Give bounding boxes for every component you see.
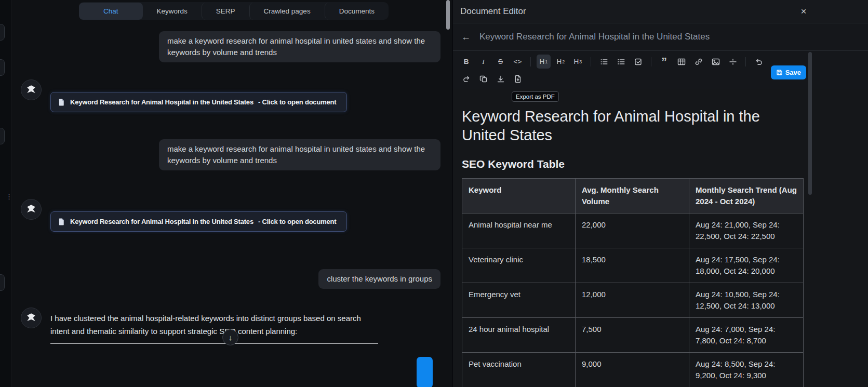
heading1-button[interactable]: H1 [537,55,551,69]
bold-button[interactable]: B [459,55,473,69]
sidebar-partial-item[interactable] [0,59,5,76]
copy-icon[interactable] [476,72,490,86]
back-arrow-icon[interactable]: ← [461,32,471,43]
blockquote-icon[interactable]: ” [657,55,671,69]
heading3-button[interactable]: H3 [571,55,585,69]
chat-tabbar: Chat Keywords SERP Crawled pages Documen… [79,2,389,20]
document-subheading: SEO Keyword Table [462,158,868,170]
document-editor-panel: Document Editor × ← Keyword Research for… [452,0,868,387]
strikethrough-button[interactable]: S [493,55,508,69]
sidebar-partial-item[interactable] [0,128,5,144]
tab-keywords[interactable]: Keywords [143,3,202,20]
document-file-icon [58,98,65,106]
table-icon[interactable] [674,55,688,69]
collapsed-sidebar: ⋮⋮ [0,0,11,387]
document-card-title: Keyword Research for Animal Hospital in … [70,218,253,225]
heading2-button[interactable]: H2 [554,55,568,69]
bullet-list-icon[interactable] [597,55,611,69]
panel-title: Document Editor [460,6,526,17]
redo-icon[interactable] [459,72,473,86]
table-row: Pet vaccination 9,000 Aug 24: 8,500, Sep… [462,353,804,387]
user-message: cluster the keywords in groups [318,269,440,289]
save-button[interactable]: Save [771,65,806,79]
task-list-icon[interactable] [631,55,645,69]
ordered-list-icon[interactable] [614,55,628,69]
document-heading: Keyword Research for Animal Hospital in … [462,107,797,144]
sidebar-partial-item[interactable] [0,274,5,291]
bot-avatar [21,308,42,328]
chat-panel: Chat Keywords SERP Crawled pages Documen… [11,0,452,387]
document-link-card[interactable]: Keyword Research for Animal Hospital in … [50,211,347,232]
scroll-to-bottom-button[interactable]: ↓ [222,329,238,345]
tab-documents[interactable]: Documents [325,3,389,20]
italic-button[interactable]: I [476,55,490,69]
save-icon [776,69,783,76]
export-pdf-icon[interactable] [511,72,525,86]
editor-subheader: ← Keyword Research for Animal Hospital i… [453,23,868,51]
toolbar-separator [745,57,746,66]
bot-avatar [21,79,42,100]
bot-logo-icon [25,312,37,324]
editor-header: Document Editor × [453,0,868,23]
message-divider [50,343,378,344]
bot-avatar [21,199,42,220]
assistant-message: I have clustered the animal hospital-rel… [50,312,379,338]
table-row: Veterinary clinic 18,500 Aug 24: 17,500,… [462,248,804,283]
sidebar-partial-item[interactable] [0,24,5,41]
undo-icon[interactable] [752,55,766,69]
chat-scrollbar-thumb[interactable] [446,0,450,30]
image-icon[interactable] [709,55,723,69]
link-icon[interactable] [691,55,705,69]
col-header-volume: Avg. Monthly Search Volume [576,179,689,213]
col-header-keyword: Keyword [462,179,576,213]
user-message: make a keyword research for animal hospi… [159,31,440,62]
seo-keyword-table: Keyword Avg. Monthly Search Volume Month… [462,178,804,387]
download-icon[interactable] [493,72,508,86]
toolbar-separator [651,57,651,66]
user-message: make a keyword research for animal hospi… [159,139,440,170]
tab-serp[interactable]: SERP [202,3,249,20]
table-row: 24 hour animal hospital 7,500 Aug 24: 7,… [462,318,804,353]
tab-chat[interactable]: Chat [79,3,143,20]
table-row: Emergency vet 12,000 Aug 24: 10,500, Sep… [462,283,804,318]
document-link-card[interactable]: Keyword Research for Animal Hospital in … [50,92,347,112]
tooltip-export-pdf: Export as PDF [512,91,559,102]
code-button[interactable]: <> [511,55,525,69]
table-header-row: Keyword Avg. Monthly Search Volume Month… [462,179,804,213]
horizontal-rule-icon[interactable] [726,55,740,69]
tab-crawled-pages[interactable]: Crawled pages [249,3,325,20]
document-card-action: - Click to open document [258,98,336,106]
table-row: Animal hospital near me 22,000 Aug 24: 2… [462,213,804,248]
document-card-title: Keyword Research for Animal Hospital in … [70,98,253,106]
toolbar-separator [591,57,591,66]
close-icon[interactable]: × [797,5,810,18]
send-button[interactable] [417,357,433,387]
toolbar-separator [530,57,531,66]
arrow-down-icon: ↓ [229,333,233,342]
bot-logo-icon [25,204,37,215]
bot-logo-icon [25,84,37,96]
col-header-trend: Monthly Search Trend (Aug 2024 - Oct 202… [689,179,804,213]
editor-scrollbar-thumb[interactable] [808,52,812,195]
document-title: Keyword Research for Animal Hospital in … [479,32,710,42]
document-card-action: - Click to open document [258,218,336,225]
document-editor-content[interactable]: Keyword Research for Animal Hospital in … [453,89,868,387]
document-file-icon [58,218,65,225]
